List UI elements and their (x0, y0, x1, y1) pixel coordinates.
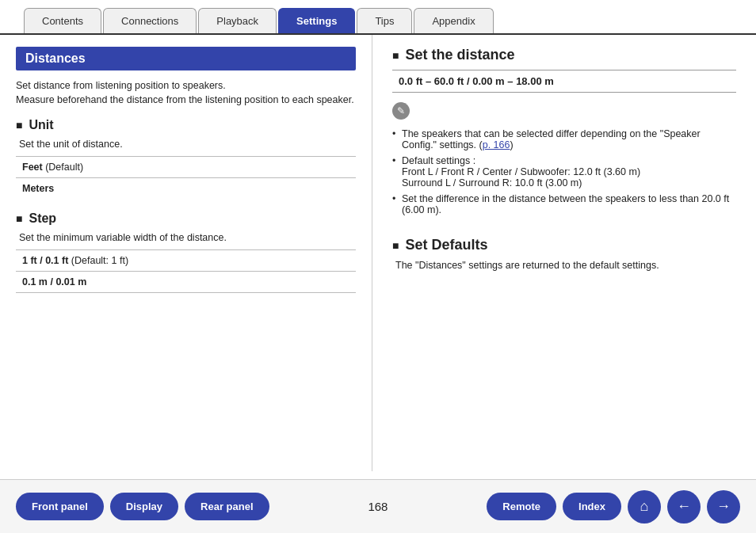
speaker-config-link[interactable]: p. 166 (483, 139, 510, 150)
bullet-2: Default settings :Front L / Front R / Ce… (392, 153, 736, 191)
bullet-3-text: Set the difference in the distance betwe… (402, 193, 729, 215)
unit-feet-bold: Feet (22, 162, 43, 173)
set-defaults-title: Set Defaults (392, 237, 736, 253)
home-button[interactable]: ⌂ (628, 490, 661, 523)
set-defaults-desc: The "Distances" settings are returned to… (395, 260, 736, 271)
index-button[interactable]: Index (563, 493, 621, 520)
bullet-1: The speakers that can be selected differ… (392, 126, 736, 153)
left-panel: Distances Set distance from listening po… (0, 35, 372, 471)
display-button[interactable]: Display (110, 493, 178, 520)
intro-line2: Measure beforehand the distance from the… (16, 94, 356, 105)
intro-line1: Set distance from listening position to … (16, 80, 356, 91)
bottom-navigation: Front panel Display Rear panel 168 Remot… (0, 479, 756, 533)
rear-panel-button[interactable]: Rear panel (185, 493, 269, 520)
page-number: 168 (276, 500, 481, 513)
bullet-3: Set the difference in the distance betwe… (392, 191, 736, 218)
distance-range: 0.0 ft – 60.0 ft / 0.00 m – 18.00 m (392, 70, 736, 93)
step-m-bold: 0.1 m / 0.01 m (22, 276, 86, 287)
back-button[interactable]: ← (667, 490, 701, 523)
bullet-2-text: Default settings :Front L / Front R / Ce… (402, 155, 640, 188)
note-icon: ✎ (392, 102, 410, 120)
remote-button[interactable]: Remote (487, 493, 556, 520)
tab-settings[interactable]: Settings (278, 8, 355, 33)
tab-connections[interactable]: Connections (103, 8, 197, 33)
section-title: Distances (16, 47, 356, 70)
tab-playback[interactable]: Playback (198, 8, 277, 33)
unit-meters-bold: Meters (22, 183, 54, 194)
set-distance-title: Set the distance (392, 47, 736, 63)
bullet-1-text: The speakers that can be selected differ… (402, 128, 701, 150)
forward-button[interactable]: → (707, 490, 740, 523)
top-navigation: Contents Connections Playback Settings T… (0, 0, 756, 35)
right-panel: Set the distance 0.0 ft – 60.0 ft / 0.00… (372, 35, 756, 471)
step-desc: Set the minimum variable width of the di… (19, 232, 356, 243)
main-content: Distances Set distance from listening po… (0, 35, 756, 471)
step-option-m[interactable]: 0.1 m / 0.01 m (16, 271, 356, 293)
step-ft-suffix: (Default: 1 ft) (68, 255, 128, 266)
unit-feet-suffix: (Default) (43, 162, 83, 173)
tab-appendix[interactable]: Appendix (414, 8, 493, 33)
step-title: Step (16, 211, 356, 226)
unit-option-meters[interactable]: Meters (16, 177, 356, 199)
front-panel-button[interactable]: Front panel (16, 493, 104, 520)
distance-notes: The speakers that can be selected differ… (392, 126, 736, 218)
unit-desc: Set the unit of distance. (19, 139, 356, 150)
unit-option-feet[interactable]: Feet (Default) (16, 156, 356, 177)
unit-title: Unit (16, 118, 356, 132)
step-option-ft[interactable]: 1 ft / 0.1 ft (Default: 1 ft) (16, 249, 356, 271)
tab-contents[interactable]: Contents (24, 8, 101, 33)
set-defaults-section: Set Defaults The "Distances" settings ar… (392, 237, 736, 271)
step-ft-bold: 1 ft / 0.1 ft (22, 255, 68, 266)
tab-tips[interactable]: Tips (357, 8, 412, 33)
